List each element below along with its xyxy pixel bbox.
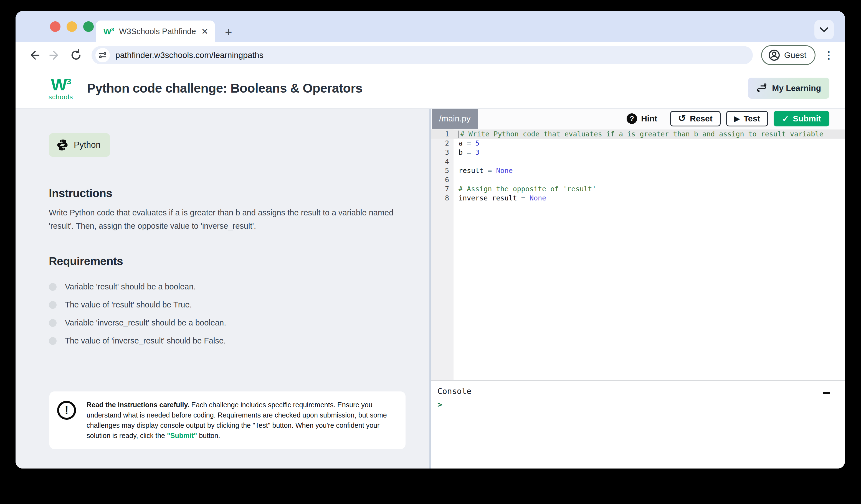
requirement-status-icon [49, 301, 57, 309]
language-badge-label: Python [74, 140, 101, 150]
code-line: 1# Write Python code that evaluates if a… [431, 129, 845, 139]
guest-label: Guest [784, 51, 806, 60]
tab-title: W3Schools Pathfinder [119, 27, 196, 36]
console-title: Console [437, 387, 845, 396]
text-cursor [459, 130, 459, 138]
test-button[interactable]: ▶ Test [726, 111, 768, 126]
check-icon: ✓ [782, 114, 789, 124]
code-rows: 1# Write Python code that evaluates if a… [431, 129, 845, 202]
page-title: Python code challenge: Booleans & Operat… [87, 81, 362, 96]
requirement-status-icon [49, 337, 57, 345]
console-panel: Console > [431, 380, 845, 468]
forward-button[interactable] [49, 49, 61, 61]
code-text: result = None [453, 167, 513, 174]
browser-tab[interactable]: W3 W3Schools Pathfinder ✕ [96, 20, 215, 42]
requirement-text: The value of 'inverse_result' should be … [65, 336, 226, 346]
file-tab-main-py[interactable]: /main.py [432, 109, 478, 129]
tab-search-chevron-button[interactable] [815, 20, 834, 39]
code-line: 7# Assign the opposite of 'result' [431, 184, 845, 194]
minus-icon [823, 392, 830, 394]
zoom-window-button[interactable] [83, 22, 94, 32]
main-content: Python Instructions Write Python code th… [15, 109, 845, 468]
line-number: 7 [431, 185, 453, 193]
reload-button[interactable] [70, 49, 82, 61]
requirement-item: The value of 'inverse_result' should be … [49, 332, 429, 350]
hint-button[interactable]: ? Hint [627, 113, 657, 124]
browser-toolbar: pathfinder.w3schools.com/learningpaths G… [15, 42, 845, 68]
requirement-text: Variable 'inverse_result' should be a bo… [65, 318, 226, 327]
line-number: 3 [431, 148, 453, 156]
chevron-down-icon [819, 27, 829, 33]
code-editor[interactable]: 1# Write Python code that evaluates if a… [431, 129, 845, 380]
reset-label: Reset [690, 114, 713, 123]
submit-label: Submit [793, 114, 821, 123]
code-line: 8inverse_result = None [431, 194, 845, 202]
requirement-status-icon [49, 283, 57, 291]
code-text: # Assign the opposite of 'result' [453, 185, 596, 193]
line-number: 5 [431, 167, 453, 174]
note-box: ! Read the instructions carefully. Each … [50, 391, 406, 449]
code-line: 6 [431, 175, 845, 184]
requirement-text: Variable 'result' should be a boolean. [65, 282, 196, 291]
reload-icon [70, 49, 82, 61]
requirement-status-icon [49, 319, 57, 327]
editor-actions: ? Hint ↺ Reset ▶ Test ✓ Submit [627, 109, 829, 129]
challenge-panel: Python Instructions Write Python code th… [15, 109, 429, 468]
requirement-text: The value of 'result' should be True. [65, 300, 192, 309]
line-number: 8 [431, 194, 453, 202]
line-number: 6 [431, 176, 453, 184]
tab-strip: W3 W3Schools Pathfinder ✕ + [15, 11, 845, 42]
editor-panel: /main.py ? Hint ↺ Reset ▶ Test [431, 109, 845, 468]
reset-icon: ↺ [678, 113, 686, 123]
code-line: 2a = 5 [431, 139, 845, 148]
submit-button[interactable]: ✓ Submit [774, 111, 829, 126]
back-button[interactable] [28, 49, 40, 61]
site-settings-icon[interactable] [95, 48, 110, 62]
code-text: b = 3 [453, 148, 479, 156]
guest-profile-button[interactable]: Guest [761, 45, 816, 65]
instructions-text: Write Python code that evaluates if a is… [49, 206, 407, 233]
reset-button[interactable]: ↺ Reset [670, 111, 721, 126]
url-bar[interactable]: pathfinder.w3schools.com/learningpaths [92, 46, 753, 64]
minimize-window-button[interactable] [67, 22, 77, 32]
url-text: pathfinder.w3schools.com/learningpaths [115, 51, 263, 60]
w3schools-favicon-icon: W3 [104, 27, 114, 36]
instructions-title: Instructions [49, 187, 429, 200]
play-icon: ▶ [734, 114, 740, 123]
requirement-item: Variable 'result' should be a boolean. [49, 278, 429, 296]
requirement-item: The value of 'result' should be True. [49, 296, 429, 314]
w3schools-logo[interactable]: W3 schools [49, 76, 73, 100]
test-label: Test [744, 114, 760, 123]
traffic-lights [50, 22, 94, 32]
code-text: # Write Python code that evaluates if a … [453, 130, 823, 138]
browser-window: W3 W3Schools Pathfinder ✕ + pathfinder.w… [15, 11, 845, 468]
code-text: a = 5 [453, 139, 479, 147]
console-prompt: > [437, 400, 845, 409]
requirements-list: Variable 'result' should be a boolean.Th… [49, 278, 429, 350]
browser-menu-button[interactable]: ⋮ [824, 50, 834, 61]
code-line: 4 [431, 157, 845, 166]
line-number: 1 [431, 130, 453, 138]
my-learning-label: My Learning [772, 83, 821, 93]
hint-label: Hint [641, 114, 657, 123]
console-collapse-button[interactable] [823, 389, 831, 397]
learning-path-icon [756, 83, 767, 94]
close-window-button[interactable] [50, 22, 60, 32]
forward-arrow-icon [49, 49, 61, 61]
user-icon [768, 49, 780, 61]
line-number: 4 [431, 157, 453, 166]
new-tab-button[interactable]: + [225, 26, 232, 38]
python-icon [56, 139, 69, 151]
code-text: inverse_result = None [453, 194, 546, 202]
editor-toolbar: /main.py ? Hint ↺ Reset ▶ Test [431, 109, 845, 129]
alert-icon: ! [57, 401, 76, 420]
my-learning-button[interactable]: My Learning [748, 78, 829, 99]
note-text: Read the instructions carefully. Each ch… [86, 400, 398, 441]
close-tab-icon[interactable]: ✕ [201, 27, 208, 36]
help-icon: ? [627, 113, 637, 124]
requirement-item: Variable 'inverse_result' should be a bo… [49, 314, 429, 332]
language-badge: Python [49, 133, 110, 157]
back-arrow-icon [28, 49, 40, 61]
line-number: 2 [431, 139, 453, 147]
code-line: 3b = 3 [431, 148, 845, 157]
